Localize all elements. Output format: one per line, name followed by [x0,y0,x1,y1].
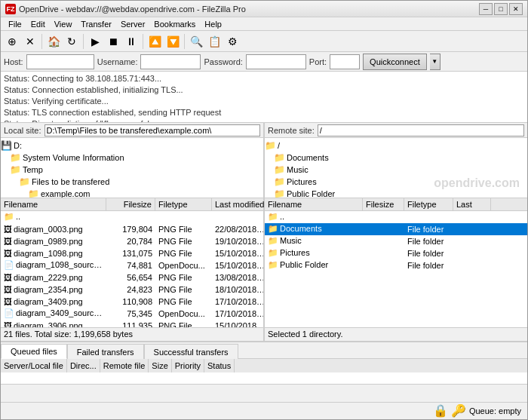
local-filesize: 74,881 [106,261,155,270]
local-filetype: PNG File [155,321,212,328]
username-input[interactable] [140,54,201,69]
local-file-row[interactable]: 🖼diagram_2354.png 24,823 PNG File 18/10/… [1,284,263,296]
remote-tree-item[interactable]: 📁Public Folder [265,188,527,198]
queue-tab-2[interactable]: Successful transfers [144,344,238,359]
folder-icon: 📁 [265,140,276,151]
menu-item-edit[interactable]: Edit [26,17,50,31]
remote-col-filesize[interactable]: Filesize [363,198,404,210]
local-col-filetype[interactable]: Filetype [155,198,212,210]
panes-container: Local site: 💾D:📁System Volume Informatio… [1,123,527,342]
status-line: Status: Connecting to 38.108.185.71:443.… [4,73,524,84]
remote-file-list: 📁.. 📁Documents File folder 📁Music File f… [265,211,527,327]
remote-tree-item[interactable]: 📁Music [265,164,527,176]
status-line: Status: Verifying certificate... [4,96,524,107]
remote-file-row[interactable]: 📁Documents File folder [265,223,527,235]
quickconnect-dropdown[interactable]: ▼ [430,54,441,70]
menu-item-help[interactable]: Help [200,17,226,31]
queue-tab-0[interactable]: Queued files [1,344,67,359]
remote-col-filetype[interactable]: Filetype [404,198,453,210]
local-file-header: Filename Filesize Filetype Last modified [1,198,263,211]
local-col-filesize[interactable]: Filesize [106,198,155,210]
local-col-filename[interactable]: Filename [1,198,106,210]
local-path-input[interactable] [45,124,260,136]
remote-file-row[interactable]: 📁Public Folder File folder [265,259,527,271]
local-tree-item[interactable]: 📁Files to be transfered [1,176,263,188]
password-input[interactable] [246,54,306,69]
local-tree-item[interactable]: 💾D: [1,139,263,152]
local-tree-item[interactable]: 📁example.com [1,188,263,198]
menu-item-bookmarks[interactable]: Bookmarks [149,17,200,31]
toolbar-btn-2[interactable]: ✕ [22,33,38,50]
close-button[interactable]: ✕ [509,3,523,15]
local-tree-item[interactable]: 📁Temp [1,164,263,176]
local-file-row[interactable]: 🖼diagram_1098.png 131,075 PNG File 15/10… [1,247,263,259]
remote-tree-item[interactable]: 📁Documents [265,152,527,164]
local-file-row[interactable]: 📄diagram_3409_source.odg 75,345 OpenDocu… [1,308,263,320]
queue-col-header[interactable]: Status [204,359,235,372]
queue-col-header[interactable]: Size [149,359,171,372]
remote-col-last[interactable]: Last [453,198,491,210]
remote-filetype: File folder [404,249,453,258]
tree-item-label: Temp [23,165,43,174]
local-filesize: 111,935 [106,321,155,328]
menu-item-server[interactable]: Server [116,17,149,31]
toolbar-btn-4[interactable]: ↻ [63,33,80,50]
local-file-row[interactable]: 📁.. [1,211,263,223]
local-col-lastmod[interactable]: Last modified [212,198,269,210]
maximize-button[interactable]: □ [494,3,508,15]
toolbar-btn-9[interactable]: 🔽 [164,33,181,50]
remote-col-filename[interactable]: Filename [265,198,363,210]
local-tree-item[interactable]: 📁System Volume Information [1,152,263,164]
toolbar-btn-6[interactable]: ⏹ [105,33,121,50]
remote-tree-item[interactable]: 📁Pictures [265,176,527,188]
queue-tab-1[interactable]: Failed transfers [67,344,144,359]
remote-tree-item[interactable]: 📁/ [265,139,527,152]
toolbar-btn-8[interactable]: 🔼 [146,33,163,50]
tree-item-label: System Volume Information [23,153,124,162]
remote-file-row[interactable]: 📁Pictures File folder [265,247,527,259]
host-input[interactable] [26,54,94,69]
remote-filetype: File folder [404,225,453,234]
menu-item-file[interactable]: File [4,17,26,31]
local-file-row[interactable]: 📄diagram_1098_source.odg 74,881 OpenDocu… [1,259,263,271]
queue-col-header[interactable]: Server/Local file [1,359,67,372]
local-filetype: PNG File [155,273,212,282]
quickconnect-button[interactable]: Quickconnect [363,54,427,70]
tree-item-label: Pictures [287,177,317,186]
local-filetype: PNG File [155,249,212,258]
queue-col-header[interactable]: Direc... [67,359,100,372]
toolbar-btn-7[interactable]: ⏸ [123,33,140,50]
local-file-row[interactable]: 🖼diagram_3409.png 110,908 PNG File 17/10… [1,296,263,308]
connbar: Host: Username: Password: Port: Quickcon… [1,52,527,72]
remote-filetype: File folder [404,261,453,270]
remote-file-row[interactable]: 📁Music File folder [265,235,527,247]
local-file-row[interactable]: 🖼diagram_0003.png 179,804 PNG File 22/08… [1,223,263,235]
toolbar-btn-5[interactable]: ▶ [87,33,103,50]
remote-path-input[interactable] [318,124,524,136]
queue-col-header[interactable]: Remote file [100,359,149,372]
queue-content-header: Server/Local fileDirec...Remote fileSize… [1,359,527,372]
toolbar-btn-11[interactable]: 📋 [206,33,223,50]
folder-icon: 📁 [10,164,21,175]
local-lastmod: 15/10/2018 3:0... [212,321,263,328]
local-file-row[interactable]: 🖼diagram_3906.png 111,935 PNG File 15/10… [1,320,263,327]
toolbar-btn-10[interactable]: 🔍 [188,33,204,50]
menu-item-transfer[interactable]: Transfer [76,17,116,31]
queue-col-header[interactable]: Priority [172,359,204,372]
port-input[interactable] [330,54,360,69]
menu-item-view[interactable]: View [50,17,77,31]
local-file-row[interactable]: 🖼diagram_2229.png 56,654 PNG File 13/08/… [1,271,263,284]
local-file-row[interactable]: 🖼diagram_0989.png 20,784 PNG File 19/10/… [1,235,263,247]
titlebar: FZ OpenDrive - webdav://@webdav.opendriv… [1,1,527,17]
minimize-button[interactable]: ─ [479,3,493,15]
toolbar-sep-3 [143,34,143,49]
status-line: Status: Connection established, initiali… [4,84,524,96]
local-site-label: Local site: [4,126,41,135]
remote-file-row[interactable]: 📁.. [265,211,527,223]
toolbar-btn-3[interactable]: 🏠 [45,33,62,50]
lock-icon: 🔒 [433,403,448,418]
toolbar-btn-1[interactable]: ⊕ [4,33,20,50]
folder-question-icon: 📁 [274,176,285,187]
drive-icon: 💾 [1,140,12,151]
toolbar-btn-12[interactable]: ⚙ [224,33,241,50]
